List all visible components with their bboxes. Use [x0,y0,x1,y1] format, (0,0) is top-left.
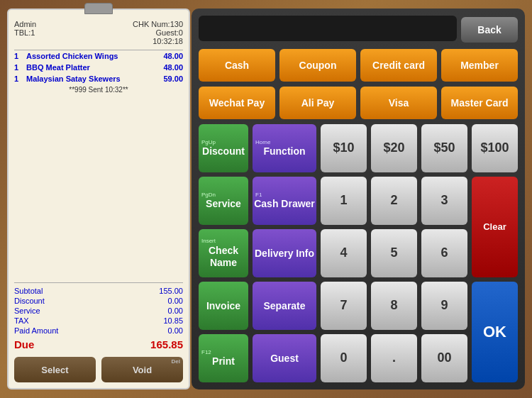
discount-button[interactable]: PgUp Discount [199,124,248,172]
digit-4-button[interactable]: 4 [321,229,367,277]
home-sublabel: Home [255,139,270,146]
service-label: Service [14,306,40,315]
item-name: Malaysian Satay Skewers [24,74,156,83]
subtotal-value: 155.00 [159,287,183,295]
cash-button[interactable]: Cash [199,49,275,82]
numpad-panel: Back Cash Coupon Credit card Member Wech… [192,9,525,389]
ten-dollar-button[interactable]: $10 [321,124,367,172]
item-qty: 1 [14,74,24,83]
subtotal-label: Subtotal [14,287,43,295]
service-button[interactable]: PgDn Service [199,177,248,225]
function-button[interactable]: Home Function [253,124,316,172]
receipt-header: Admin TBL:1 CHK Num:130 Guest:0 10:32:18 [14,20,183,45]
credit-card-button[interactable]: Credit card [360,49,437,82]
time-label: 10:32:18 [99,37,183,45]
check-name-button[interactable]: Insert Check Name [199,229,248,277]
insert-sublabel: Insert [201,238,216,245]
payment-row-2: Wechat Pay Ali Pay Visa Master Card [199,87,518,119]
due-row: Due 165.85 [14,338,183,351]
item-name: BBQ Meat Platter [24,63,156,72]
ali-pay-button[interactable]: Ali Pay [279,87,356,119]
receipt-items: 1 Assorted Chicken Wings 48.00 1 BBQ Mea… [14,50,183,282]
digit-6-button[interactable]: 6 [421,229,467,277]
receipt-panel: Admin TBL:1 CHK Num:130 Guest:0 10:32:18… [7,9,190,389]
item-qty: 1 [14,63,24,72]
sent-message: **999 Sent 10:32** [14,84,183,95]
twenty-dollar-button[interactable]: $20 [371,124,417,172]
due-label: Due [14,338,34,350]
cash-drawer-button[interactable]: F1 Cash Drawer [253,177,316,225]
receipt-totals: Subtotal 155.00 Discount 0.00 Service 0.… [14,282,183,351]
paid-value: 0.00 [168,326,183,335]
digit-2-button[interactable]: 2 [371,177,417,225]
item-price: 48.00 [156,63,183,72]
discount-row: Discount 0.00 [14,296,183,306]
member-button[interactable]: Member [441,49,518,82]
service-row: Service 0.00 [14,306,183,316]
fifty-dollar-button[interactable]: $50 [421,124,467,172]
print-button[interactable]: F12 Print [199,334,248,382]
tbl-label: TBL:1 [14,28,99,37]
paid-label: Paid Amount [14,326,58,335]
digit-8-button[interactable]: 8 [371,282,417,330]
master-card-button[interactable]: Master Card [441,87,518,119]
digit-9-button[interactable]: 9 [421,282,467,330]
wechat-pay-button[interactable]: Wechat Pay [199,87,275,119]
coupon-button[interactable]: Coupon [279,49,356,82]
tax-label: TAX [14,316,29,325]
payment-row-1: Cash Coupon Credit card Member [199,49,518,82]
separate-button[interactable]: Separate [253,282,316,330]
chk-label: CHK Num:130 [99,20,183,28]
del-label: Del [172,358,180,365]
decimal-button[interactable]: . [371,334,417,382]
digit-3-button[interactable]: 3 [421,177,467,225]
item-price: 48.00 [156,52,183,60]
due-value: 165.85 [150,338,183,350]
table-row: 1 BBQ Meat Platter 48.00 [14,62,183,73]
table-row: 1 Assorted Chicken Wings 48.00 [14,50,183,62]
hundred-dollar-button[interactable]: $100 [472,124,518,172]
f1-sublabel: F1 [255,192,262,199]
subtotal-row: Subtotal 155.00 [14,286,183,296]
service-value: 0.00 [168,306,183,315]
table-row: 1 Malaysian Satay Skewers 59.00 [14,73,183,84]
item-qty: 1 [14,52,24,60]
pgup-sublabel: PgUp [201,139,216,146]
discount-label: Discount [14,297,45,305]
digit-0-button[interactable]: 0 [321,334,367,382]
paid-row: Paid Amount 0.00 [14,326,183,336]
visa-button[interactable]: Visa [360,87,437,119]
double-zero-button[interactable]: 00 [421,334,467,382]
main-keypad-grid: PgUp Discount Home Function $10 $20 $50 … [199,124,518,382]
f12-sublabel: F12 [201,349,211,356]
ok-button[interactable]: OK [472,282,518,382]
digit-5-button[interactable]: 5 [371,229,417,277]
delivery-info-button[interactable]: Delivery Info [253,229,316,277]
receipt-action-buttons: Select Void Del [14,357,183,382]
tax-value: 10.85 [163,316,183,325]
pgdn-sublabel: PgDn [201,192,216,199]
item-name: Assorted Chicken Wings [24,52,156,60]
invoice-button[interactable]: Invoice [199,282,248,330]
item-price: 59.00 [156,74,183,83]
select-button[interactable]: Select [14,357,96,382]
clear-button[interactable]: Clear [472,177,518,277]
discount-value: 0.00 [168,297,183,305]
digit-1-button[interactable]: 1 [321,177,367,225]
admin-label: Admin [14,20,99,28]
tax-row: TAX 10.85 [14,316,183,326]
void-button[interactable]: Void Del [101,357,183,382]
guest-label: Guest:0 [99,28,183,37]
digit-7-button[interactable]: 7 [321,282,367,330]
receipt-clip [84,3,113,14]
back-button[interactable]: Back [461,17,518,43]
display-screen [199,16,457,41]
guest-button[interactable]: Guest [253,334,316,382]
